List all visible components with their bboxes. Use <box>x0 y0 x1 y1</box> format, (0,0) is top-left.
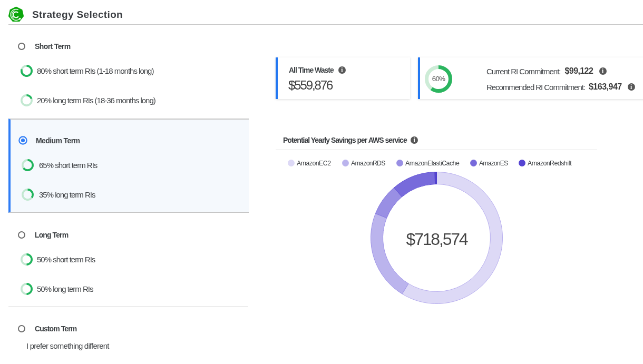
svg-text:60%: 60% <box>432 75 445 83</box>
